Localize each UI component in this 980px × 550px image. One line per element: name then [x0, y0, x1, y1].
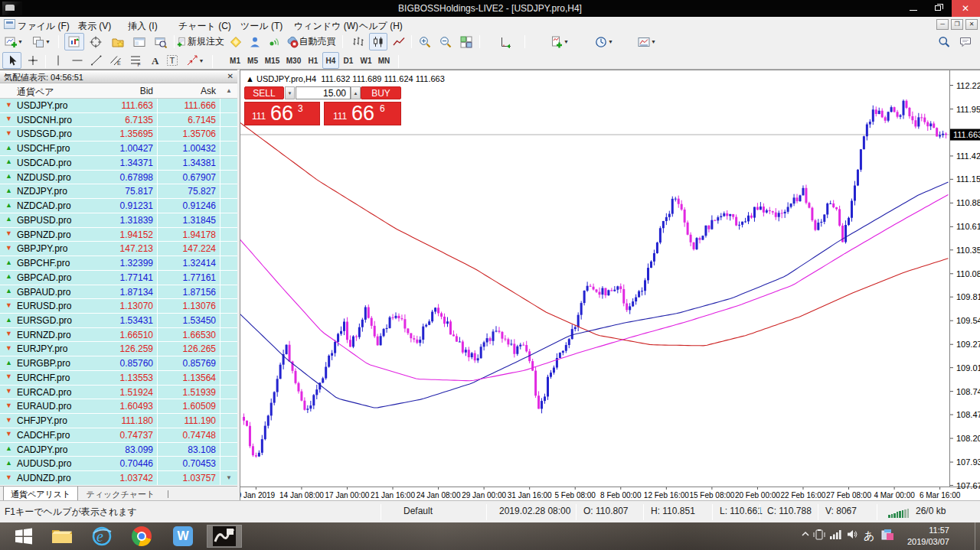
- symbol-row-USDJPY.pro[interactable]: ▼ USDJPY.pro 111.663 111.666: [0, 99, 237, 113]
- symbol-row-NZDCAD.pro[interactable]: ▲ NZDCAD.pro 0.91231 0.91246: [0, 199, 237, 213]
- mdi-close-button[interactable]: ✕: [965, 19, 978, 30]
- symbol-row-AUDNZD.pro[interactable]: ▼ AUDNZD.pro 1.03742 1.03757: [0, 471, 237, 486]
- menu-0[interactable]: ファイル (F): [18, 20, 70, 33]
- mdi-minimize-button[interactable]: ─: [936, 19, 949, 30]
- horizontal-line-button[interactable]: [68, 52, 86, 69]
- tray-action-center-icon[interactable]: [880, 529, 896, 544]
- signals-button[interactable]: [265, 33, 282, 50]
- tray-ime-icon[interactable]: あ: [864, 529, 874, 543]
- tray-battery-icon[interactable]: [813, 529, 825, 542]
- symbol-row-EURSGD.pro[interactable]: ▲ EURSGD.pro 1.53431 1.53450: [0, 314, 237, 328]
- taskbar-chrome-icon[interactable]: [124, 525, 159, 548]
- candlestick-chart-button[interactable]: [369, 33, 387, 50]
- timeframe-H1[interactable]: H1: [305, 52, 322, 69]
- text-label-button[interactable]: T: [164, 52, 181, 69]
- symbol-row-GBPCAD.pro[interactable]: ▲ GBPCAD.pro 1.77141 1.77161: [0, 271, 237, 285]
- symbol-row-GBPCHF.pro[interactable]: ▲ GBPCHF.pro 1.32399 1.32414: [0, 256, 237, 271]
- zoom-in-button[interactable]: [415, 33, 434, 50]
- start-button[interactable]: [6, 525, 41, 548]
- symbol-row-EURJPY.pro[interactable]: ▼ EURJPY.pro 126.259 126.265: [0, 342, 237, 356]
- menu-2[interactable]: 挿入 (I): [128, 20, 158, 33]
- menu-6[interactable]: ヘルプ (H): [359, 20, 403, 33]
- timeframe-M1[interactable]: M1: [227, 52, 243, 69]
- strategy-tester-button[interactable]: [150, 33, 171, 50]
- symbol-row-CHFJPY.pro[interactable]: ▼ CHFJPY.pro 111.180 111.190: [0, 414, 237, 428]
- market-watch-toggle[interactable]: [64, 33, 84, 50]
- symbol-row-GBPUSD.pro[interactable]: ▲ GBPUSD.pro 1.31839 1.31845: [0, 213, 237, 228]
- symbol-row-GBPNZD.pro[interactable]: ▼ GBPNZD.pro 1.94152 1.94178: [0, 228, 237, 242]
- symbol-row-EURAUD.pro[interactable]: ▼ EURAUD.pro 1.60493 1.60509: [0, 399, 237, 414]
- symbol-row-NZDJPY.pro[interactable]: ▲ NZDJPY.pro 75.817 75.827: [0, 184, 237, 199]
- channel-button[interactable]: E: [106, 52, 125, 69]
- market-watch-close-icon[interactable]: ✕: [227, 72, 234, 80]
- navigator-button[interactable]: [107, 33, 128, 50]
- column-symbol[interactable]: 通貨ペア: [17, 86, 54, 99]
- symbol-row-GBPAUD.pro[interactable]: ▲ GBPAUD.pro 1.87134 1.87156: [0, 285, 237, 300]
- buy-price-box[interactable]: 111 66 6: [324, 102, 401, 125]
- symbol-row-EURGBP.pro[interactable]: ▲ EURGBP.pro 0.85760 0.85769: [0, 356, 237, 371]
- volume-input[interactable]: 15.00: [296, 86, 351, 99]
- symbol-row-USDCNH.pro[interactable]: ▼ USDCNH.pro 6.7135 6.7145: [0, 113, 237, 128]
- close-button[interactable]: ✕: [952, 0, 980, 17]
- timeframe-W1[interactable]: W1: [358, 52, 374, 69]
- volume-down-button[interactable]: ▼: [285, 86, 295, 99]
- chat-button[interactable]: [956, 33, 975, 50]
- symbol-row-CADCHF.pro[interactable]: ▼ CADCHF.pro 0.74737 0.74748: [0, 428, 237, 443]
- volume-up-button[interactable]: ▲: [351, 86, 361, 99]
- taskbar-ie-icon[interactable]: e: [84, 525, 119, 548]
- menu-4[interactable]: ツール (T): [240, 20, 283, 33]
- timeframe-H4[interactable]: H4: [322, 52, 339, 69]
- cursor-button[interactable]: [2, 52, 21, 69]
- menu-5[interactable]: ウィンドウ (W): [294, 20, 358, 33]
- symbol-row-EURNZD.pro[interactable]: ▼ EURNZD.pro 1.66510 1.66530: [0, 328, 237, 343]
- symbol-row-GBPJPY.pro[interactable]: ▼ GBPJPY.pro 147.213 147.224: [0, 242, 237, 256]
- search-button[interactable]: [934, 33, 954, 50]
- symbol-row-EURUSD.pro[interactable]: ▼ EURUSD.pro 1.13070 1.13076: [0, 299, 237, 314]
- bar-chart-button[interactable]: [348, 33, 368, 50]
- text-button[interactable]: A: [146, 52, 162, 69]
- zoom-out-button[interactable]: [436, 33, 455, 50]
- symbol-row-CADJPY.pro[interactable]: ▲ CADJPY.pro 83.099 83.108: [0, 443, 237, 457]
- profiles-button[interactable]: ▼: [29, 33, 54, 50]
- scroll-down-icon[interactable]: ▼: [226, 474, 232, 481]
- terminal-button[interactable]: [129, 33, 149, 50]
- column-bid[interactable]: Bid: [140, 86, 153, 96]
- new-order-button[interactable]: 新規注文: [177, 33, 224, 50]
- metaeditor-button[interactable]: [227, 33, 244, 50]
- timeframe-M30[interactable]: M30: [283, 52, 304, 69]
- timeframe-D1[interactable]: D1: [340, 52, 357, 69]
- sell-price-box[interactable]: 111 66 3: [244, 102, 320, 125]
- menu-3[interactable]: チャート (C): [178, 20, 231, 33]
- indicators-button[interactable]: ▼: [545, 33, 574, 50]
- autotrading-button[interactable]: 自動売買: [283, 33, 338, 50]
- buy-button[interactable]: BUY: [361, 86, 401, 99]
- show-desktop-button[interactable]: [975, 522, 980, 550]
- scroll-up-icon[interactable]: ▲: [226, 87, 232, 94]
- templates-button[interactable]: ▼: [631, 33, 663, 50]
- maximize-button[interactable]: [926, 0, 952, 17]
- tray-network-icon[interactable]: [830, 529, 842, 542]
- taskbar-w-app-icon[interactable]: W: [165, 525, 201, 548]
- trendline-button[interactable]: [87, 52, 105, 69]
- mdi-restore-button[interactable]: ❐: [951, 19, 963, 30]
- symbol-row-USDCAD.pro[interactable]: ▲ USDCAD.pro 1.34371 1.34381: [0, 156, 237, 171]
- vertical-line-button[interactable]: [49, 52, 67, 69]
- tray-volume-icon[interactable]: [847, 529, 858, 542]
- fibonacci-button[interactable]: F: [126, 52, 145, 69]
- chart-window-icon[interactable]: [4, 19, 15, 29]
- timeframe-MN[interactable]: MN: [375, 52, 393, 69]
- sell-button[interactable]: SELL: [244, 86, 284, 99]
- column-ask[interactable]: Ask: [201, 86, 216, 96]
- taskbar-clock[interactable]: 11:57 2019/03/07: [907, 525, 949, 548]
- crosshair-button[interactable]: [23, 52, 42, 69]
- symbol-row-USDCHF.pro[interactable]: ▲ USDCHF.pro 1.00427 1.00432: [0, 142, 237, 156]
- periods-button[interactable]: ▼: [590, 33, 619, 50]
- arrows-button[interactable]: ▼: [182, 52, 207, 69]
- symbol-row-EURCHF.pro[interactable]: ▼ EURCHF.pro 1.13553 1.13564: [0, 371, 237, 386]
- symbol-row-EURCAD.pro[interactable]: ▼ EURCAD.pro 1.51924 1.51939: [0, 386, 237, 400]
- symbol-row-AUDUSD.pro[interactable]: ▲ AUDUSD.pro 0.70446 0.70453: [0, 457, 237, 471]
- timeframe-M15[interactable]: M15: [262, 52, 283, 69]
- menu-1[interactable]: 表示 (V): [78, 20, 111, 33]
- community-button[interactable]: [246, 33, 263, 50]
- timeframe-M5[interactable]: M5: [244, 52, 261, 69]
